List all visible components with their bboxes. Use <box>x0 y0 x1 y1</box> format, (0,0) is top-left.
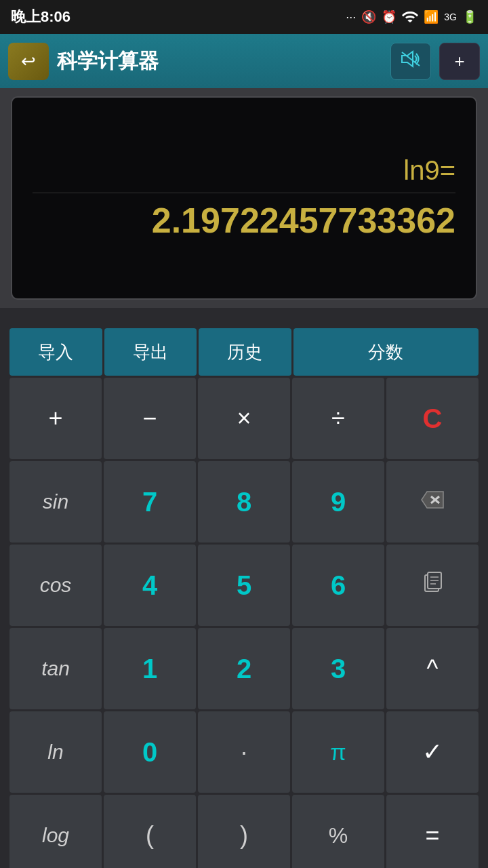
svg-marker-2 <box>422 492 443 508</box>
one-button[interactable]: 1 <box>104 628 196 709</box>
sound-icon <box>401 50 421 73</box>
backspace-icon <box>420 490 445 514</box>
eight-button[interactable]: 8 <box>198 461 290 542</box>
tan-button[interactable]: tan <box>9 628 102 709</box>
back-icon: ↩ <box>21 51 36 72</box>
log-button[interactable]: log <box>9 795 102 868</box>
copy-button[interactable] <box>386 545 479 626</box>
four-button[interactable]: 4 <box>104 545 196 626</box>
backspace-button[interactable] <box>386 461 479 542</box>
display-wrapper: ln9= 2.19722457733362 <box>0 88 488 308</box>
right-paren-button[interactable]: ) <box>198 795 290 868</box>
network-3g-icon: 3G <box>444 12 457 22</box>
divide-button[interactable]: ÷ <box>292 378 384 459</box>
nine-button[interactable]: 9 <box>292 461 384 542</box>
row-log-parens-percent: log ( ) % = <box>9 795 479 868</box>
sin-button[interactable]: sin <box>9 461 102 542</box>
import-button[interactable]: 导入 <box>9 328 102 376</box>
battery-icon: 🔋 <box>462 9 477 24</box>
status-time: 晚上8:06 <box>11 7 70 27</box>
clear-button[interactable]: C <box>386 378 479 459</box>
add-icon: + <box>454 51 464 72</box>
power-button[interactable]: ^ <box>386 628 479 709</box>
cos-button[interactable]: cos <box>9 545 102 626</box>
ln-button[interactable]: ln <box>9 711 102 793</box>
mute-icon: 🔇 <box>361 9 376 24</box>
seven-button[interactable]: 7 <box>104 461 196 542</box>
calculator-display: ln9= 2.19722457733362 <box>11 96 477 300</box>
back-button[interactable]: ↩ <box>8 43 49 80</box>
equals-button[interactable]: = <box>386 795 479 868</box>
copy-icon <box>421 571 444 600</box>
three-button[interactable]: 3 <box>292 628 384 709</box>
display-expression: ln9= <box>403 155 455 186</box>
five-button[interactable]: 5 <box>198 545 290 626</box>
six-button[interactable]: 6 <box>292 545 384 626</box>
app-header: ↩ 科学计算器 + <box>0 34 488 88</box>
pi-button[interactable]: π <box>292 711 384 793</box>
multiply-button[interactable]: × <box>198 378 290 459</box>
mid-spacer <box>0 308 488 328</box>
keypad: 导入 导出 历史 分数 + − × ÷ C sin <box>0 328 488 868</box>
wifi-icon <box>402 9 418 26</box>
fraction-button[interactable]: 分数 <box>293 328 479 376</box>
two-button[interactable]: 2 <box>198 628 290 709</box>
add-button[interactable]: + <box>439 43 480 80</box>
left-paren-button[interactable]: ( <box>104 795 196 868</box>
export-button[interactable]: 导出 <box>104 328 197 376</box>
top-function-row: 导入 导出 历史 分数 <box>9 328 479 376</box>
history-button[interactable]: 历史 <box>199 328 291 376</box>
row-1-2-3: tan 1 2 3 ^ <box>9 628 479 709</box>
row-0-dot-pi: ln 0 · π ✓ <box>9 711 479 793</box>
display-divider <box>33 193 455 193</box>
percent-button[interactable]: % <box>292 795 384 868</box>
signal-dots-icon: ··· <box>346 10 356 24</box>
signal-strength-icon: 📶 <box>424 9 439 24</box>
row-7-8-9: sin 7 8 9 <box>9 461 479 542</box>
zero-button[interactable]: 0 <box>104 711 196 793</box>
plus-button[interactable]: + <box>9 378 102 459</box>
row-4-5-6: cos 4 5 6 <box>9 545 479 626</box>
minus-button[interactable]: − <box>104 378 196 459</box>
dot-button[interactable]: · <box>198 711 290 793</box>
check-button[interactable]: ✓ <box>386 711 479 793</box>
operators-row: + − × ÷ C <box>9 378 479 459</box>
status-icons: ··· 🔇 ⏰ 📶 3G 🔋 <box>346 9 477 26</box>
app-title: 科学计算器 <box>57 47 382 75</box>
sound-button[interactable] <box>390 43 431 80</box>
alarm-icon: ⏰ <box>382 9 396 24</box>
status-bar: 晚上8:06 ··· 🔇 ⏰ 📶 3G 🔋 <box>0 0 488 34</box>
display-result: 2.19722457733362 <box>152 200 455 241</box>
